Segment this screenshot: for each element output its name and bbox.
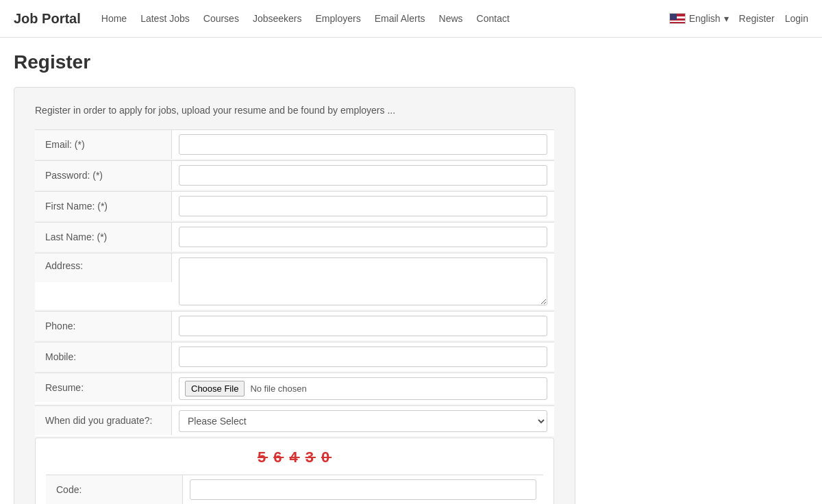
registration-form-card: Register in order to apply for jobs, upl… (14, 87, 575, 504)
nav-employers[interactable]: Employers (316, 13, 361, 24)
mobile-row: Mobile: (35, 342, 554, 371)
captcha-digit-5: 0 (321, 449, 332, 466)
nav-courses[interactable]: Courses (203, 13, 239, 24)
chevron-down-icon: ▾ (724, 13, 729, 24)
graduation-row: When did you graduate?: Please Select (35, 405, 554, 436)
address-input-cell (172, 253, 554, 310)
navbar-right: English ▾ Register Login (669, 13, 808, 24)
login-link[interactable]: Login (785, 13, 808, 24)
last-name-label: Last Name: (*) (35, 223, 172, 251)
email-input[interactable] (179, 134, 547, 155)
navbar: Job Portal Home Latest Jobs Courses Jobs… (0, 0, 822, 38)
resume-input-cell: Choose File No file chosen (172, 373, 554, 404)
email-input-cell (172, 130, 554, 159)
first-name-label: First Name: (*) (35, 192, 172, 220)
mobile-input[interactable] (179, 346, 547, 367)
password-input-cell (172, 161, 554, 190)
register-link[interactable]: Register (739, 13, 775, 24)
no-file-chosen-text: No file chosen (250, 383, 306, 394)
mobile-input-cell (172, 342, 554, 371)
page-content: Register Register in order to apply for … (0, 38, 822, 504)
nav-jobseekers[interactable]: Jobseekers (253, 13, 302, 24)
flag-icon (669, 13, 686, 24)
phone-input-cell (172, 312, 554, 340)
captcha-digit-3: 4 (289, 449, 299, 466)
captcha-digit-4: 3 (306, 449, 316, 466)
captcha-digit-2: 6 (273, 449, 284, 466)
nav-news[interactable]: News (439, 13, 463, 24)
code-label: Code: (46, 475, 183, 504)
first-name-input[interactable] (179, 196, 547, 216)
code-input-cell (183, 475, 543, 504)
captcha-digits: 5 6 4 3 0 (46, 449, 543, 466)
first-name-input-cell (172, 192, 554, 220)
page-title: Register (14, 51, 808, 73)
graduation-select[interactable]: Please Select (179, 410, 547, 432)
last-name-input-cell (172, 223, 554, 251)
nav-email-alerts[interactable]: Email Alerts (375, 13, 425, 24)
code-row: Code: (46, 475, 543, 504)
address-textarea[interactable] (179, 257, 547, 305)
email-row: Email: (*) (35, 129, 554, 159)
nav-home[interactable]: Home (101, 13, 127, 24)
phone-row: Phone: (35, 311, 554, 340)
address-row: Address: (35, 253, 554, 310)
nav-contact[interactable]: Contact (477, 13, 510, 24)
graduation-label: When did you graduate?: (35, 406, 172, 435)
choose-file-button[interactable]: Choose File (185, 381, 245, 396)
phone-input[interactable] (179, 316, 547, 336)
brand-logo[interactable]: Job Portal (14, 11, 81, 27)
language-selector[interactable]: English ▾ (669, 13, 729, 24)
code-input[interactable] (190, 479, 536, 500)
form-description: Register in order to apply for jobs, upl… (35, 105, 554, 116)
address-label: Address: (35, 253, 172, 282)
graduation-input-cell: Please Select (172, 406, 554, 436)
password-input[interactable] (179, 165, 547, 186)
nav-latest-jobs[interactable]: Latest Jobs (140, 13, 190, 24)
captcha-digit-1: 5 (258, 449, 268, 466)
password-label: Password: (*) (35, 161, 172, 190)
password-row: Password: (*) (35, 160, 554, 190)
nav-links: Home Latest Jobs Courses Jobseekers Empl… (101, 13, 669, 24)
language-label: English (689, 13, 721, 24)
phone-label: Phone: (35, 312, 172, 340)
file-input-wrapper: Choose File No file chosen (179, 377, 547, 400)
captcha-section: 5 6 4 3 0 Code: (35, 438, 554, 504)
resume-row: Resume: Choose File No file chosen (35, 373, 554, 404)
first-name-row: First Name: (*) (35, 191, 554, 220)
resume-label: Resume: (35, 373, 172, 402)
last-name-row: Last Name: (*) (35, 222, 554, 251)
email-label: Email: (*) (35, 130, 172, 159)
mobile-label: Mobile: (35, 342, 172, 371)
last-name-input[interactable] (179, 227, 547, 247)
